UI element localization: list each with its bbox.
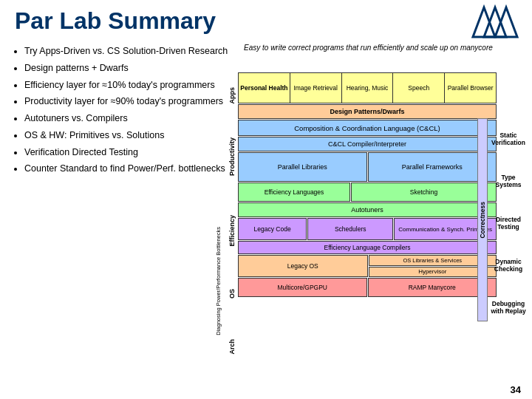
debug-replay-label: Debugging with Replay [487,287,530,327]
bullet-item: Verification Directed Testing [24,146,229,160]
directed-testing-label: Directed Testing [487,202,530,243]
svg-marker-0 [484,7,506,37]
bullet-item: Counter Standard to find Power/Perf. bot… [24,162,229,176]
slide: Par Lab Summary Try Apps-Driven vs. CS S… [0,0,532,399]
apps-label: Apps [225,72,239,118]
design-patterns-row: Design Patterns/Dwarfs [238,104,497,119]
productivity-label: Productivity [225,118,239,196]
static-verification-label: Static Verification [487,118,530,159]
logo-icon [466,4,528,44]
apps-row: Personal Health Image Retrieval Hearing,… [238,72,497,103]
hardware-row: Multicore/GPGPU RAMP Manycore [238,278,497,297]
ccl-compiler-row: C&CL Compiler/Interpreter [238,137,497,151]
arch-label: Arch [225,321,239,372]
side-labels: Apps Productivity Efficiency OS Arch [225,72,239,372]
legacy-sched-row: Legacy Code Schedulers Communication & S… [238,218,497,240]
speech-cell: Speech [393,73,445,103]
parallel-browser-cell: Parallel Browser [445,73,496,103]
diagnosing-label: Diagnosing Power/Performance Bottlenecks [213,191,223,372]
parallel-row: Parallel Libraries Parallel Frameworks [238,152,497,182]
hearing-music-cell: Hearing, Music [342,73,394,103]
correctness-bar: Correctness [477,118,488,321]
parallel-libs-cell: Parallel Libraries [238,152,367,182]
bullet-item: Efficiency layer for ≈10% today's progra… [24,78,229,92]
slide-title: Par Lab Summary [15,7,216,35]
os-section-row: Legacy OS OS Libraries & Services Hyperv… [238,255,497,277]
sketching-cell: Sketching [351,183,497,202]
page-number: 34 [511,384,521,395]
multicore-cell: Multicore/GPGPU [238,278,367,297]
dynamic-checking-label: Dynamic Checking [487,245,530,285]
diagram-grid: Personal Health Image Retrieval Hearing,… [238,72,497,372]
autotuners-row: Autotuners [238,202,497,217]
subtitle-text: Easy to write correct programs that run … [244,43,517,52]
image-retrieval-cell: Image Retrieval [290,73,342,103]
bullet-item: OS & HW: Primitives vs. Solutions [24,129,229,143]
legacy-code-cell: Legacy Code [238,218,307,240]
legacy-os-cell: Legacy OS [238,255,368,277]
bullet-item: Autotuners vs. Compilers [24,112,229,126]
personal-health-cell: Personal Health [239,73,290,103]
bullet-item: Design patterns + Dwarfs [24,61,229,75]
os-label: OS [225,266,239,321]
type-systems-label: Type Systems [487,160,530,201]
svg-marker-1 [495,7,517,37]
efficiency-lang-cell: Efficiency Languages [238,183,350,202]
bullet-item: Productivity layer for ≈90% today's prog… [24,95,229,109]
ccl-row: Composition & Coordination Language (C&C… [238,120,497,136]
eff-compilers-row: Efficiency Language Compilers [238,241,497,254]
bullet-item: Try Apps-Driven vs. CS Solution-Driven R… [24,44,229,58]
schedulers-cell: Schedulers [307,218,393,240]
efficiency-label: Efficiency [225,196,239,266]
svg-marker-2 [473,7,495,37]
efficiency-sketch-row: Efficiency Languages Sketching [238,183,497,202]
bullet-list: Try Apps-Driven vs. CS Solution-Driven R… [11,44,229,179]
right-labels: Static Verification Type Systems Directe… [487,118,530,327]
